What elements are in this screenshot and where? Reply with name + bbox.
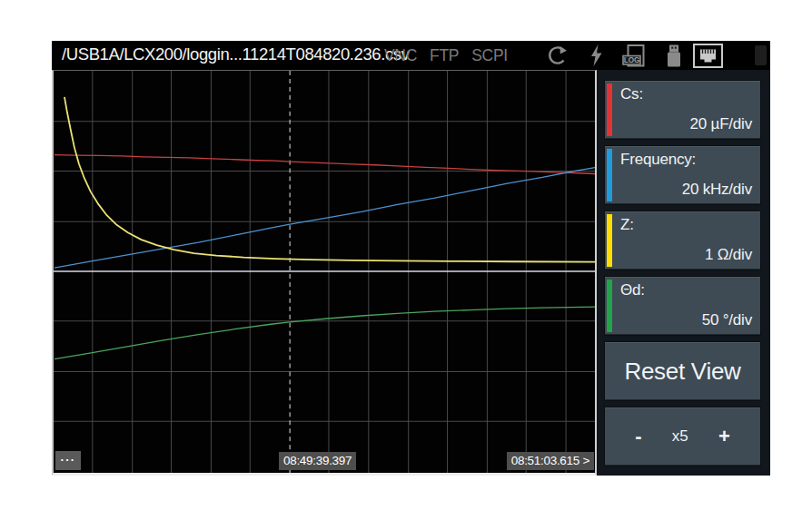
frequency-label: Frequency: [620,151,696,169]
status-ftp: FTP [430,46,459,65]
cs-color-stripe [607,83,612,136]
z-scale-value: 1 Ω/div [705,246,752,264]
logging-file-path: /USB1A/LCX200/loggin...11214T084820.236.… [62,44,410,64]
more-options-button[interactable]: ... [55,451,81,470]
trace-θd [54,307,595,359]
z-label: Z: [620,216,634,234]
title-bar: /USB1A/LCX200/loggin...11214T084820.236.… [52,41,770,70]
theta-d-scale-value: 50 °/div [702,311,752,329]
theta-d-label: Θd: [620,281,645,299]
frequency-color-stripe [607,149,612,201]
trend-chart-plot [54,71,595,473]
instrument-screen: /USB1A/LCX200/loggin...11214T084820.236.… [52,41,770,476]
log-icon: LOG [622,44,649,71]
zoom-control: - x5 + [604,407,761,466]
zoom-in-button[interactable]: + [718,427,730,446]
trend-chart-area[interactable]: ... 08:49:39.397 08:51:03.615 > [52,70,597,476]
channel-button-z[interactable]: Z: 1 Ω/div [604,211,761,270]
channel-button-cs[interactable]: Cs: 20 µF/div [604,80,761,140]
cs-label: Cs: [620,85,643,103]
svg-text:LOG: LOG [624,56,640,64]
zoom-out-button[interactable]: - [635,427,641,446]
z-color-stripe [607,214,612,267]
frequency-scale-value: 20 kHz/div [682,181,752,199]
trigger-lightning-icon [590,44,602,70]
cursor-timestamp-label: 08:49:39.397 [279,452,356,470]
remote-status-group: VNC FTP SCPI [384,46,508,65]
lan-icon [693,44,723,72]
channel-button-frequency[interactable]: Frequency: 20 kHz/div [604,145,761,205]
end-timestamp-label[interactable]: 08:51:03.615 > [507,452,594,470]
zoom-factor-label[interactable]: x5 [672,427,688,446]
usb-icon [665,44,683,71]
channel-button-theta-d[interactable]: Θd: 50 °/div [604,276,761,336]
status-vnc: VNC [384,46,417,65]
continuous-sweep-icon [545,45,569,69]
cs-scale-value: 20 µF/div [690,115,752,133]
trace-frequency [54,168,595,269]
reset-view-button[interactable]: Reset View [604,341,761,401]
theta-d-color-stripe [607,280,612,332]
dimmed-device-icon [753,44,768,70]
status-scpi: SCPI [471,46,508,65]
